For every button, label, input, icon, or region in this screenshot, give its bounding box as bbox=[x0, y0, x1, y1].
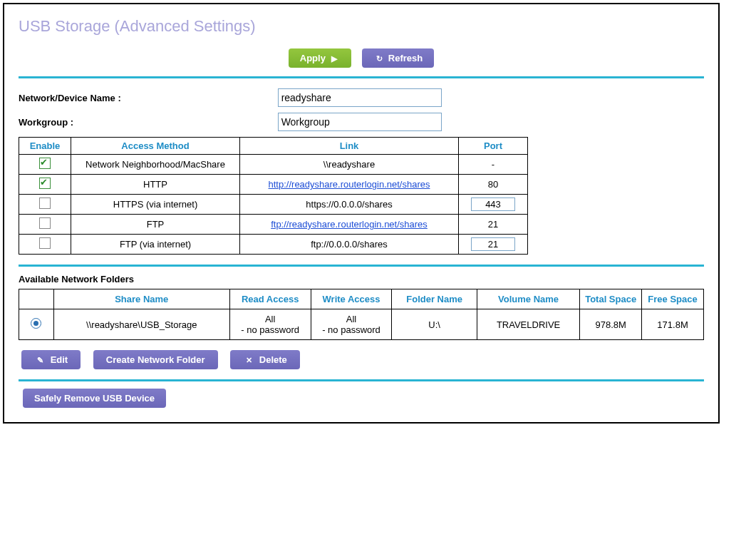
divider bbox=[19, 76, 704, 78]
create-label: Create Network Folder bbox=[106, 354, 205, 365]
divider bbox=[19, 265, 704, 267]
table-row: FTPftp://readyshare.routerlogin.net/shar… bbox=[19, 215, 528, 235]
header-free: Free Space bbox=[642, 289, 704, 309]
divider bbox=[19, 379, 704, 381]
link-cell: http://readyshare.routerlogin.net/shares bbox=[240, 175, 459, 195]
header-write: Write Access bbox=[311, 289, 392, 309]
device-name-row: Network/Device Name : bbox=[19, 88, 704, 107]
access-method-table: Enable Access Method Link Port Network N… bbox=[19, 137, 528, 255]
folder-name-cell: U:\ bbox=[392, 309, 477, 340]
total-space-cell: 978.8M bbox=[580, 309, 642, 340]
enable-checkbox[interactable] bbox=[39, 178, 51, 189]
free-space-cell: 171.8M bbox=[642, 309, 704, 340]
header-port: Port bbox=[459, 138, 528, 155]
workgroup-label: Workgroup : bbox=[19, 117, 275, 128]
delete-button[interactable]: ✕ Delete bbox=[230, 350, 300, 369]
remove-label: Safely Remove USB Device bbox=[34, 393, 155, 404]
settings-panel: USB Storage (Advanced Settings) Apply ▶ … bbox=[3, 3, 720, 424]
access-method-cell: FTP bbox=[71, 215, 240, 235]
header-method: Access Method bbox=[71, 138, 240, 155]
apply-label: Apply bbox=[300, 53, 326, 63]
table-row: \\readyshare\USB_StorageAll- no password… bbox=[19, 309, 704, 340]
device-name-label: Network/Device Name : bbox=[19, 93, 275, 103]
apply-button[interactable]: Apply ▶ bbox=[289, 48, 351, 68]
access-method-cell: HTTPS (via internet) bbox=[71, 195, 240, 215]
port-cell bbox=[459, 235, 528, 255]
link-cell: ftp://readyshare.routerlogin.net/shares bbox=[240, 215, 459, 235]
create-folder-button[interactable]: Create Network Folder bbox=[93, 350, 218, 369]
workgroup-row: Workgroup : bbox=[19, 113, 704, 131]
link-cell: ftp://0.0.0.0/shares bbox=[240, 235, 459, 255]
delete-label: Delete bbox=[259, 354, 287, 365]
port-cell: - bbox=[459, 155, 528, 175]
header-link: Link bbox=[240, 138, 459, 155]
refresh-label: Refresh bbox=[388, 53, 423, 63]
refresh-button[interactable]: ↻ Refresh bbox=[362, 48, 434, 68]
device-name-input[interactable] bbox=[278, 88, 442, 107]
edit-label: Edit bbox=[51, 354, 68, 365]
workgroup-input[interactable] bbox=[278, 113, 442, 131]
pencil-icon: ✎ bbox=[37, 356, 43, 365]
play-icon: ▶ bbox=[331, 54, 337, 63]
enable-checkbox[interactable] bbox=[39, 158, 51, 169]
port-cell bbox=[459, 195, 528, 215]
safely-remove-button[interactable]: Safely Remove USB Device bbox=[23, 389, 166, 408]
close-icon: ✕ bbox=[246, 356, 252, 365]
access-method-cell: Network Neighborhood/MacShare bbox=[71, 155, 240, 175]
port-cell: 80 bbox=[459, 175, 528, 195]
refresh-icon: ↻ bbox=[376, 54, 383, 63]
folders-title: Available Network Folders bbox=[19, 274, 704, 284]
header-select bbox=[19, 289, 54, 309]
table-row: FTP (via internet)ftp://0.0.0.0/shares bbox=[19, 235, 528, 255]
top-button-row: Apply ▶ ↻ Refresh bbox=[19, 48, 704, 68]
edit-button[interactable]: ✎ Edit bbox=[21, 350, 81, 369]
volume-name-cell: TRAVELDRIVE bbox=[477, 309, 579, 340]
header-enable: Enable bbox=[19, 138, 71, 155]
page-title: USB Storage (Advanced Settings) bbox=[19, 17, 704, 36]
table-header-row: Share Name Read Access Write Access Fold… bbox=[19, 289, 704, 309]
enable-checkbox[interactable] bbox=[39, 217, 51, 229]
table-row: HTTPS (via internet)https://0.0.0.0/shar… bbox=[19, 195, 528, 215]
port-input[interactable] bbox=[471, 237, 515, 251]
access-link[interactable]: http://readyshare.routerlogin.net/shares bbox=[269, 179, 430, 190]
access-link[interactable]: ftp://readyshare.routerlogin.net/shares bbox=[271, 219, 428, 230]
read-access-cell: All- no password bbox=[229, 309, 311, 340]
header-read: Read Access bbox=[229, 289, 311, 309]
access-method-cell: FTP (via internet) bbox=[71, 235, 240, 255]
table-row: Network Neighborhood/MacShare\\readyshar… bbox=[19, 155, 528, 175]
enable-checkbox[interactable] bbox=[39, 197, 51, 209]
folders-table: Share Name Read Access Write Access Fold… bbox=[19, 289, 704, 340]
port-input[interactable] bbox=[471, 197, 515, 211]
write-access-cell: All- no password bbox=[311, 309, 392, 340]
share-name-cell: \\readyshare\USB_Storage bbox=[53, 309, 229, 340]
link-cell: \\readyshare bbox=[240, 155, 459, 175]
port-cell: 21 bbox=[459, 215, 528, 235]
bottom-row: Safely Remove USB Device bbox=[19, 389, 704, 408]
header-volume: Volume Name bbox=[477, 289, 579, 309]
table-header-row: Enable Access Method Link Port bbox=[19, 138, 528, 155]
link-cell: https://0.0.0.0/shares bbox=[240, 195, 459, 215]
enable-checkbox[interactable] bbox=[39, 237, 51, 249]
table-row: HTTPhttp://readyshare.routerlogin.net/sh… bbox=[19, 175, 528, 195]
header-folder: Folder Name bbox=[392, 289, 477, 309]
row-select-radio[interactable] bbox=[31, 318, 41, 329]
folder-action-row: ✎ Edit Create Network Folder ✕ Delete bbox=[21, 350, 704, 369]
header-share: Share Name bbox=[53, 289, 229, 309]
header-total: Total Space bbox=[580, 289, 642, 309]
access-method-cell: HTTP bbox=[71, 175, 240, 195]
